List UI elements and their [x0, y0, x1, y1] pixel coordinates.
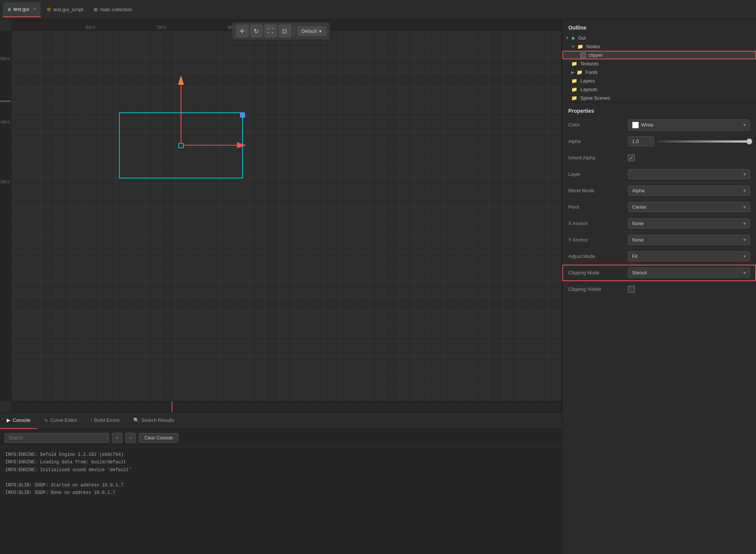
prop-row-pivot: Pivot Center ▾ — [562, 199, 756, 215]
tree-item-textures[interactable]: 📁 Textures — [562, 59, 756, 68]
chevron-down-icon: ▾ — [743, 171, 746, 177]
prop-row-y-anchor: Y Anchor None ▾ — [562, 232, 756, 248]
prop-label-clipping-mode: Clipping Mode — [568, 270, 628, 276]
svg-rect-0 — [119, 113, 243, 178]
svg-marker-6 — [237, 142, 246, 148]
chevron-down-icon: ▾ — [743, 237, 746, 243]
scale-tool-button[interactable]: ⛶ — [264, 25, 277, 37]
chevron-down-icon: ▾ — [743, 270, 746, 276]
next-button[interactable]: › — [125, 433, 136, 443]
prev-button[interactable]: ‹ — [112, 433, 122, 443]
clipping-visible-checkbox[interactable] — [628, 286, 635, 293]
main-content: 600.0 700.0 800.0 900.0 500.0 400.0 300.… — [0, 19, 756, 554]
tab-test-gui-script[interactable]: ⚙ test.gui_script — [42, 2, 88, 17]
tab-console[interactable]: ▶ Console — [0, 413, 37, 429]
editor-area[interactable]: 600.0 700.0 800.0 900.0 500.0 400.0 300.… — [0, 19, 562, 412]
tab-curve-editor[interactable]: ∿ Curve Editor — [37, 413, 84, 429]
resize-icon: ⊡ — [282, 28, 287, 35]
folder-icon-layouts: 📁 — [571, 87, 577, 92]
tree-label-gui: Gui — [578, 35, 585, 41]
svg-rect-2 — [179, 143, 183, 148]
console-search-input[interactable] — [4, 433, 109, 443]
x-anchor-value: None — [632, 221, 644, 226]
clipping-mode-dropdown[interactable]: Stencil ▾ — [628, 268, 750, 278]
tree-label-nodes: Nodes — [586, 44, 600, 49]
properties-section: Properties Color White ▾ Alpha — [562, 103, 756, 554]
alpha-slider[interactable] — [657, 140, 750, 143]
ruler-mark-500: 500.0 — [0, 57, 10, 61]
red-indicator — [172, 401, 172, 412]
gui-tree-icon: ◈ — [571, 35, 575, 41]
close-tab-test-gui[interactable]: ✕ — [33, 7, 36, 12]
scale-icon: ⛶ — [268, 28, 274, 34]
ruler-mark-300: 300.0 — [0, 180, 10, 184]
expand-arrow-nodes: ▼ — [571, 44, 575, 49]
console-tabs: ▶ Console ∿ Curve Editor ! Build Errors … — [0, 413, 562, 429]
tab-test-gui[interactable]: ◈ test.gui ✕ — [3, 2, 41, 17]
layout-dropdown[interactable]: Default ▾ — [297, 27, 326, 36]
move-tool-button[interactable]: ✛ — [236, 25, 249, 37]
rotate-tool-button[interactable]: ↻ — [250, 25, 263, 37]
tree-item-gui[interactable]: ▼ ◈ Gui — [562, 34, 756, 42]
y-anchor-value: None — [632, 237, 644, 243]
prop-value-pivot: Center ▾ — [628, 202, 750, 212]
prop-label-blend-mode: Blend Mode — [568, 188, 628, 193]
tree-item-layouts[interactable]: 📁 Layouts — [562, 85, 756, 94]
y-anchor-dropdown[interactable]: None ▾ — [628, 235, 750, 245]
tree-label-spine: Spine Scenes — [580, 95, 610, 101]
blend-mode-dropdown[interactable]: Alpha ▾ — [628, 186, 750, 196]
log-line-6: INFO:DLIB: SSDP: Done on address 10.0.1.… — [5, 489, 557, 497]
chevron-left-icon: ‹ — [116, 435, 118, 441]
prop-label-pivot: Pivot — [568, 204, 628, 210]
resize-tool-button[interactable]: ⊡ — [278, 25, 291, 37]
chevron-down-icon: ▾ — [743, 253, 746, 259]
log-line-1: INFO:ENGINE: Defold Engine 1.2.102 (eb6c… — [5, 451, 557, 458]
x-anchor-dropdown[interactable]: None ▾ — [628, 218, 750, 228]
blend-mode-value: Alpha — [632, 188, 644, 193]
color-display: White — [632, 122, 653, 128]
search-results-label: Search Results — [141, 417, 174, 423]
tab-test-gui-label: test.gui — [13, 6, 29, 12]
prop-label-x-anchor: X Anchor — [568, 221, 628, 226]
ruler-mark-400: 400.0 — [0, 120, 10, 124]
adjust-mode-dropdown[interactable]: Fit ▾ — [628, 251, 750, 261]
layer-dropdown[interactable]: ▾ — [628, 169, 750, 179]
canvas-svg — [11, 31, 562, 401]
prop-value-inherit-alpha: ✓ — [628, 155, 750, 161]
move-icon: ✛ — [240, 28, 244, 35]
tree-item-clipper[interactable]: clipper — [562, 51, 756, 59]
folder-icon-fonts: 📁 — [577, 69, 582, 75]
tree-item-fonts[interactable]: ▶ 📁 Fonts — [562, 68, 756, 77]
tab-main-collection-label: main.collection — [100, 7, 132, 12]
tree-item-spine-scenes[interactable]: 📁 Spine Scenes — [562, 94, 756, 102]
left-panel: 600.0 700.0 800.0 900.0 500.0 400.0 300.… — [0, 19, 562, 554]
console-toolbar: ‹ › Clear Console — [0, 429, 562, 447]
prop-label-alpha: Alpha — [568, 138, 628, 144]
tab-search-results[interactable]: 🔍 Search Results — [126, 413, 181, 429]
tree-item-nodes[interactable]: ▼ 📁 Nodes — [562, 42, 756, 51]
adjust-mode-value: Fit — [632, 253, 637, 259]
tab-main-collection[interactable]: ⊞ main.collection — [89, 2, 137, 17]
color-dropdown[interactable]: White ▾ — [628, 119, 750, 131]
gui-icon: ◈ — [7, 6, 11, 12]
clear-console-button[interactable]: Clear Console — [139, 433, 178, 443]
prop-row-layer: Layer ▾ — [562, 166, 756, 183]
pivot-dropdown[interactable]: Center ▾ — [628, 202, 750, 212]
alpha-input[interactable] — [628, 136, 654, 146]
inherit-alpha-checkbox[interactable]: ✓ — [628, 155, 635, 161]
green-indicator — [0, 101, 11, 102]
tree-label-layouts: Layouts — [580, 87, 597, 92]
build-errors-label: Build Errors — [94, 417, 120, 423]
tree-item-layers[interactable]: 📁 Layers — [562, 77, 756, 85]
outline-section: Outline ▼ ◈ Gui ▼ 📁 Nodes clipper 📁 — [562, 19, 756, 103]
chevron-right-icon: › — [130, 435, 131, 441]
tab-build-errors[interactable]: ! Build Errors — [84, 413, 126, 429]
script-icon: ⚙ — [47, 7, 51, 12]
folder-icon-nodes: 📁 — [577, 44, 583, 49]
svg-marker-4 — [178, 75, 184, 85]
console-tab-label: Console — [13, 417, 31, 423]
prop-value-layer: ▾ — [628, 169, 750, 179]
chevron-down-icon: ▾ — [743, 122, 746, 128]
clipping-mode-value: Stencil — [632, 270, 647, 276]
clear-console-label: Clear Console — [144, 435, 173, 441]
